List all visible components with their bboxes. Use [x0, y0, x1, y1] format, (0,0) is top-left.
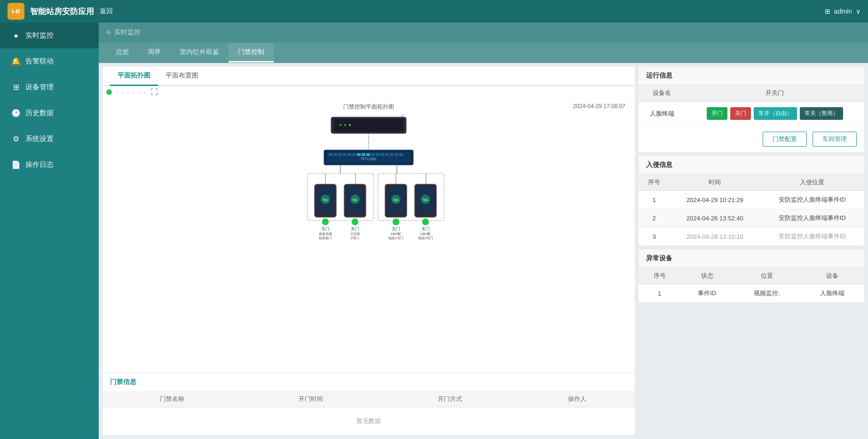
- tab-indoor[interactable]: 室内红外双鉴: [170, 43, 229, 63]
- intrusion-row: 2 2024-04-26 13:52:40 安防监控人脸终端事件ID: [639, 209, 864, 227]
- close-door-button[interactable]: 关门: [730, 107, 751, 120]
- sub-header: ≡ 实时监控: [99, 23, 868, 42]
- svg-text:关门: 关门: [321, 227, 330, 231]
- svg-text:关门: 关门: [421, 227, 430, 231]
- door-control-buttons: 开门 关门 常开（自由） 常关（禁用）: [693, 107, 857, 120]
- svg-text:2号门: 2号门: [351, 236, 359, 240]
- open-door-button[interactable]: 开门: [707, 107, 727, 120]
- sidebar-label-logs: 操作日志: [25, 160, 54, 169]
- svg-point-47: [351, 218, 359, 226]
- sidebar-label-settings: 系统设置: [25, 134, 54, 143]
- svg-rect-18: [366, 153, 370, 156]
- chevron-down-icon: ∨: [856, 8, 860, 15]
- left-panel: 平面拓扑图 平面布置图 - - - - - - ⛶ 2024-04-29 17:…: [103, 67, 635, 435]
- intrusion-seq-3: 3: [639, 227, 670, 246]
- svg-text:底座及辅: 底座及辅: [319, 232, 332, 235]
- th-operator: 操作人: [520, 391, 635, 408]
- sidebar-item-devices[interactable]: ⊞ 设备管理: [0, 74, 99, 100]
- sidebar-item-alarm[interactable]: 🔔 告警联动: [0, 48, 99, 74]
- svg-text:TP-LINK: TP-LINK: [361, 157, 377, 161]
- sub-tabs: 平面拓扑图 平面布置图: [103, 67, 635, 86]
- anomaly-location-1: 视频监控.: [734, 284, 800, 303]
- svg-rect-10: [329, 153, 332, 156]
- menu-icon[interactable]: ≡: [106, 28, 110, 37]
- anomaly-info-header: 异常设备: [639, 250, 864, 268]
- topology-controls: - - - - - - ⛶: [103, 86, 635, 98]
- intrusion-row: 3 2024-04-28 13:10:10 安防监控人脸终端事件ID: [639, 227, 864, 246]
- intrusion-time-1: 2024-04-29 10:21:29: [670, 191, 760, 209]
- free-mode-button[interactable]: 常开（自由）: [754, 107, 797, 120]
- run-info-row: 人脸终端 开门 关门 常开（自由） 常关（禁用）: [639, 102, 864, 126]
- topology-label: 门禁控制平面拓扑图: [343, 103, 394, 111]
- sidebar-item-realtime[interactable]: ● 实时监控: [0, 23, 99, 48]
- app-title: 智能站房安防应用: [30, 6, 94, 17]
- th-device-name: 设备名: [639, 85, 685, 102]
- document-icon: 📄: [11, 160, 21, 169]
- svg-rect-19: [371, 153, 375, 156]
- sidebar-item-logs[interactable]: 📄 操作日志: [0, 152, 99, 178]
- svg-text:电室1号门: 电室1号门: [388, 236, 403, 240]
- svg-text:主控室: 主控室: [350, 232, 360, 235]
- bell-icon: 🔔: [11, 57, 21, 66]
- svg-text:5G: 5G: [323, 198, 328, 202]
- svg-text:10kV配: 10kV配: [420, 232, 431, 235]
- svg-text:5G: 5G: [394, 198, 399, 202]
- sidebar-label-realtime: 实时监控: [25, 31, 54, 40]
- svg-rect-17: [362, 153, 365, 156]
- anomaly-table: 序号 状态 位置 设备 1 事件ID 视频监控. 人脸终端: [639, 268, 864, 303]
- workshop-manage-button[interactable]: 车间管理: [813, 132, 857, 147]
- intrusion-location-3: 安防监控人脸终端事件ID: [760, 227, 864, 246]
- admin-label[interactable]: admin: [834, 8, 852, 15]
- anomaly-row: 1 事件ID 视频监控. 人脸终端: [639, 284, 864, 303]
- right-panel: 运行信息 设备名 开关门 人脸终端: [639, 67, 864, 435]
- grid-icon: ⊞: [11, 83, 21, 92]
- disable-mode-button[interactable]: 常关（禁用）: [800, 107, 843, 120]
- run-info-actions: 门禁配置 车间管理: [639, 126, 864, 152]
- th-time: 时间: [670, 174, 760, 191]
- grid-icon: ⊞: [825, 8, 830, 15]
- sidebar-label-history: 历史数据: [25, 109, 54, 118]
- intrusion-seq-2: 2: [639, 209, 670, 227]
- sidebar-item-settings[interactable]: ⚙ 系统设置: [0, 126, 99, 152]
- sub-tab-topology[interactable]: 平面拓扑图: [110, 67, 158, 86]
- network-diagram-svg: TP-LINK: [246, 115, 491, 251]
- tab-overview[interactable]: 总览: [106, 43, 138, 63]
- tab-access[interactable]: 门禁控制: [229, 43, 274, 63]
- svg-point-4: [349, 124, 351, 126]
- svg-point-63: [422, 218, 429, 226]
- th-seq: 序号: [639, 174, 670, 191]
- svg-text:助用房门: 助用房门: [319, 236, 332, 240]
- svg-rect-20: [376, 153, 379, 156]
- anomaly-info-card: 异常设备 序号 状态 位置 设备 1: [639, 250, 864, 303]
- sidebar-item-history[interactable]: 🕐 历史数据: [0, 100, 99, 126]
- expand-button[interactable]: ⛶: [150, 88, 158, 96]
- intrusion-location-1: 安防监控人脸终端事件ID: [760, 191, 864, 209]
- svg-rect-11: [333, 153, 337, 156]
- th-anomaly-device: 设备: [800, 268, 864, 284]
- svg-point-55: [392, 218, 400, 226]
- access-config-button[interactable]: 门禁配置: [763, 132, 807, 147]
- door-info-title: 门禁信息: [103, 373, 635, 391]
- th-open-time: 开门时间: [242, 391, 381, 408]
- svg-text:电室2号门: 电室2号门: [418, 236, 433, 240]
- svg-text:关门: 关门: [392, 227, 400, 231]
- main-layout: ● 实时监控 🔔 告警联动 ⊞ 设备管理 🕐 历史数据 ⚙ 系统设置 📄 操作日…: [0, 23, 868, 439]
- svg-text:关门: 关门: [351, 227, 359, 231]
- content-area: ≡ 实时监控 总览 周界 室内红外双鉴 门禁控制 平面拓扑图 平面布置图: [99, 23, 868, 439]
- sub-tab-layout[interactable]: 平面布置图: [158, 67, 206, 86]
- sub-header-title: 实时监控: [114, 28, 141, 37]
- page-content: 平面拓扑图 平面布置图 - - - - - - ⛶ 2024-04-29 17:…: [99, 63, 868, 439]
- svg-rect-12: [338, 153, 342, 156]
- sidebar-label-devices: 设备管理: [25, 83, 54, 92]
- door-info-section: 门禁信息 门禁名称 开门时间 开门方式 操作人 暂: [103, 373, 635, 435]
- intrusion-info-header: 入侵信息: [639, 156, 864, 174]
- back-button[interactable]: 返回: [100, 7, 113, 16]
- device-name-cell: 人脸终端: [639, 102, 685, 126]
- th-open-method: 开门方式: [380, 391, 520, 408]
- svg-rect-22: [385, 153, 389, 156]
- status-online-dot: [106, 89, 112, 95]
- top-header: I-R 智能站房安防应用 返回 ⊞ admin ∨: [0, 0, 868, 23]
- svg-rect-16: [357, 153, 361, 156]
- tab-perimeter[interactable]: 周界: [138, 43, 170, 63]
- clock-icon: 🕐: [11, 109, 21, 118]
